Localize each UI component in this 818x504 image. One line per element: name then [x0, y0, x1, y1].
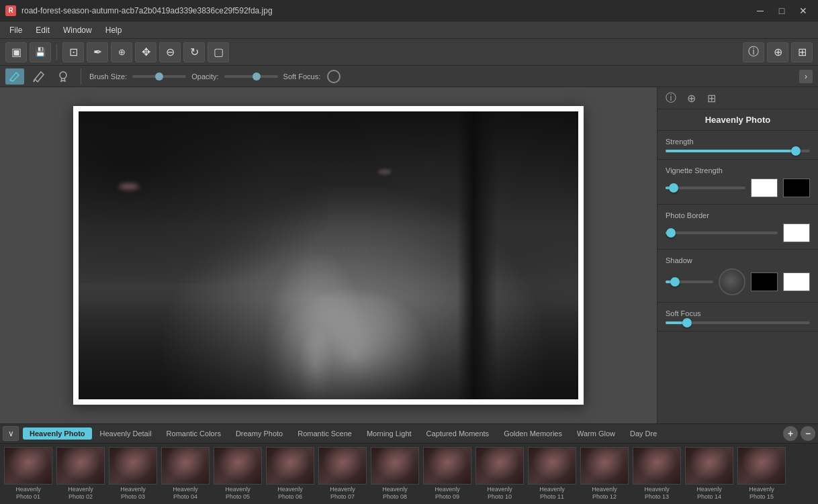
thumb-image-10[interactable] [475, 447, 524, 485]
thumb-item-12[interactable]: HeavenlyPhoto 12 [579, 447, 630, 501]
thumb-image-3[interactable] [109, 447, 157, 485]
tab-warm-glow[interactable]: Warm Glow [570, 427, 622, 440]
frame-btn[interactable]: ▢ [208, 42, 229, 62]
maximize-btn[interactable]: □ [772, 4, 791, 17]
title-bar: R road-forest-season-autumn-acb7a2b0419a… [0, 0, 818, 21]
thumb-image-1[interactable] [4, 447, 52, 485]
shadow-color-2[interactable] [783, 272, 810, 291]
thumb-image-9[interactable] [423, 447, 471, 485]
vignette-slider[interactable] [666, 187, 745, 189]
rotate-btn[interactable]: ↻ [183, 42, 205, 62]
image-frame: 佳 景 软 件 liookim.co.uk https://liookim.co… [73, 106, 584, 405]
thumb-item-11[interactable]: HeavenlyPhoto 11 [527, 447, 578, 501]
image-canvas[interactable]: 佳 景 软 件 liookim.co.uk https://liookim.co… [79, 111, 578, 399]
thumb-item-7[interactable]: HeavenlyPhoto 07 [317, 447, 368, 501]
strength-thumb[interactable] [791, 146, 801, 156]
dice-btn[interactable]: ⊞ [791, 42, 813, 62]
thumb-item-9[interactable]: HeavenlyPhoto 09 [422, 447, 473, 501]
tab-heavenly-photo[interactable]: Heavenly Photo [23, 427, 92, 440]
close-btn[interactable]: ✕ [794, 4, 813, 17]
thumb-image-12[interactable] [580, 447, 629, 485]
menu-edit[interactable]: Edit [29, 24, 56, 36]
photo-border-color[interactable] [783, 223, 810, 242]
brush-tool-2[interactable] [30, 68, 48, 85]
opacity-slider[interactable] [224, 75, 278, 78]
soft-focus-thumb[interactable] [682, 318, 692, 327]
tab-captured-moments[interactable]: Captured Moments [420, 427, 496, 440]
tab-golden-memories[interactable]: Golden Memories [497, 427, 569, 440]
tab-heavenly-detail[interactable]: Heavenly Detail [93, 427, 158, 440]
thumb-item-13[interactable]: HeavenlyPhoto 13 [631, 447, 682, 501]
tab-remove-btn[interactable]: − [801, 426, 815, 441]
monitor-btn[interactable]: ▣ [5, 42, 27, 62]
shadow-thumb[interactable] [670, 277, 680, 287]
thumb-image-7[interactable] [318, 447, 367, 485]
info-btn[interactable]: ⓘ [743, 42, 764, 62]
thumb-item-4[interactable]: HeavenlyPhoto 04 [160, 447, 211, 501]
expand-btn[interactable]: › [799, 70, 813, 83]
thumb-item-8[interactable]: HeavenlyPhoto 08 [369, 447, 420, 501]
pen-btn[interactable]: ✒ [87, 42, 108, 62]
strength-slider[interactable] [666, 150, 810, 152]
photo-border-thumb[interactable] [666, 228, 676, 238]
menu-window[interactable]: Window [56, 24, 99, 36]
right-globe-btn[interactable]: ⊕ [683, 90, 699, 106]
thumb-item-2[interactable]: HeavenlyPhoto 02 [55, 447, 106, 501]
menu-file[interactable]: File [3, 24, 29, 36]
thumb-image-5[interactable] [214, 447, 262, 485]
thumb-image-14[interactable] [685, 447, 733, 485]
thumb-item-15[interactable]: HeavenlyPhoto 15 [736, 447, 787, 501]
globe-btn[interactable]: ⊕ [767, 42, 788, 62]
tab-romantic-scene[interactable]: Romantic Scene [291, 427, 359, 440]
shadow-label: Shadow [666, 256, 810, 264]
minimize-btn[interactable]: ─ [751, 4, 770, 17]
soft-focus-spinner[interactable] [327, 70, 340, 83]
shadow-slider[interactable] [666, 281, 713, 283]
menu-help[interactable]: Help [99, 24, 129, 36]
vignette-section: Vignette Strength [657, 160, 818, 205]
photo-border-slider[interactable] [666, 232, 778, 234]
thumb-image-8[interactable] [371, 447, 419, 485]
tab-add-btn[interactable]: + [783, 426, 798, 441]
thumb-item-10[interactable]: HeavenlyPhoto 10 [474, 447, 525, 501]
zoom-out-btn[interactable]: ⊖ [159, 42, 181, 62]
canvas-area[interactable]: 佳 景 软 件 liookim.co.uk https://liookim.co… [0, 87, 657, 423]
thumb-item-1[interactable]: HeavenlyPhoto 01 [3, 447, 54, 501]
brush-size-slider[interactable] [132, 75, 186, 78]
tab-romantic-colors[interactable]: Romantic Colors [160, 427, 228, 440]
main-area: 佳 景 软 件 liookim.co.uk https://liookim.co… [0, 87, 818, 423]
zoom-in-btn[interactable]: ⊕ [111, 42, 132, 62]
thumb-item-14[interactable]: HeavenlyPhoto 14 [684, 447, 735, 501]
soft-focus-slider[interactable] [666, 321, 810, 324]
photo-border-section: Photo Border [657, 205, 818, 250]
opacity-thumb[interactable] [253, 72, 261, 81]
shadow-direction[interactable] [719, 268, 745, 295]
tab-dreamy-photo[interactable]: Dreamy Photo [229, 427, 289, 440]
move-btn[interactable]: ✥ [135, 42, 156, 62]
brush-size-thumb[interactable] [155, 72, 163, 81]
thumb-image-6[interactable] [266, 447, 314, 485]
thumb-image-4[interactable] [161, 447, 210, 485]
thumb-image-11[interactable] [528, 447, 576, 485]
save-btn[interactable]: 💾 [30, 42, 51, 62]
right-info-btn[interactable]: ⓘ [663, 90, 679, 106]
brush-tool-3[interactable] [54, 68, 73, 85]
tab-day-dre[interactable]: Day Dre [623, 427, 664, 440]
thumb-image-13[interactable] [633, 447, 681, 485]
brush-tool-1[interactable] [5, 68, 24, 85]
thumb-item-5[interactable]: HeavenlyPhoto 05 [212, 447, 263, 501]
vignette-color-2[interactable] [783, 179, 810, 197]
thumb-image-15[interactable] [737, 447, 786, 485]
thumb-image-2[interactable] [56, 447, 105, 485]
vignette-color-1[interactable] [751, 179, 778, 197]
shadow-color-1[interactable] [751, 272, 778, 291]
thumb-item-6[interactable]: HeavenlyPhoto 06 [265, 447, 316, 501]
shadow-row [666, 268, 810, 295]
thumb-item-3[interactable]: HeavenlyPhoto 03 [107, 447, 158, 501]
right-panel: ⓘ ⊕ ⊞ Heavenly Photo Strength Vignette S… [657, 87, 818, 423]
vignette-thumb[interactable] [669, 183, 678, 193]
tab-expand-btn[interactable]: ∨ [3, 426, 19, 441]
crop-btn[interactable]: ⊡ [62, 42, 84, 62]
tab-morning-light[interactable]: Morning Light [360, 427, 418, 440]
right-dice-btn[interactable]: ⊞ [703, 90, 719, 106]
